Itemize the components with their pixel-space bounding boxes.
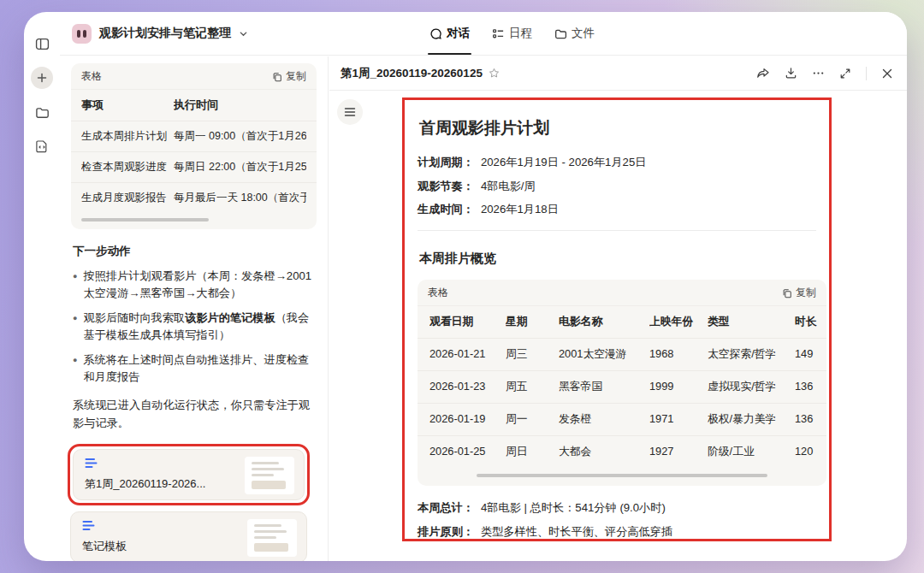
tab-schedule[interactable]: 日程 bbox=[492, 12, 532, 55]
hamburger-icon bbox=[344, 107, 356, 117]
download-icon[interactable] bbox=[785, 67, 797, 80]
divider bbox=[866, 67, 867, 80]
chat-panel: 表格 复制 事项 执行时间 生成本周排片计划每周一 09:00（首次于1月26日… bbox=[60, 56, 329, 561]
copy-table-button[interactable]: 复制 bbox=[272, 69, 306, 84]
copy-label: 复制 bbox=[286, 69, 306, 84]
tab-chat[interactable]: 对话 bbox=[429, 12, 470, 55]
table-row: 检查本周观影进度每周日 22:00（首次于1月25日） bbox=[71, 151, 317, 182]
new-chat-button[interactable] bbox=[31, 67, 53, 89]
table-card-label: 表格 bbox=[428, 286, 448, 300]
checklist-icon bbox=[492, 27, 505, 40]
file-card-template[interactable]: 笔记模板 bbox=[70, 511, 307, 561]
chat-bubble-icon bbox=[429, 27, 442, 40]
table-card-label: 表格 bbox=[81, 69, 102, 84]
tab-files-label: 文件 bbox=[572, 26, 595, 41]
expand-icon[interactable] bbox=[839, 68, 851, 80]
chat-table-card: 表格 复制 事项 执行时间 生成本周排片计划每周一 09:00（首次于1月26日… bbox=[71, 63, 317, 229]
chevron-down-icon[interactable] bbox=[239, 29, 248, 38]
view-tabs: 对话 日程 文件 bbox=[429, 12, 595, 55]
horizontal-scrollbar[interactable] bbox=[477, 474, 767, 477]
file-name: 笔记模板 bbox=[82, 539, 127, 554]
list-item: ●按照排片计划观看影片（本周：发条橙→2001太空漫游→黑客帝国→大都会） bbox=[73, 268, 315, 302]
document-title: 首周观影排片计划 bbox=[419, 117, 814, 139]
top-bar: 观影计划安排与笔记整理 对话 日程 文件 bbox=[60, 12, 907, 56]
share-icon[interactable] bbox=[756, 67, 770, 80]
folder-icon bbox=[554, 27, 567, 40]
document-file-title: 第1周_20260119-20260125 bbox=[341, 66, 483, 81]
outline-menu-button[interactable] bbox=[337, 99, 363, 125]
file-code-icon[interactable] bbox=[31, 135, 53, 157]
file-name: 第1周_20260119-2026... bbox=[85, 476, 205, 492]
file-preview-thumbnail bbox=[245, 457, 294, 494]
app-window: 观影计划安排与笔记整理 对话 日程 文件 bbox=[24, 12, 907, 561]
conversation-title-group[interactable]: 观影计划安排与笔记整理 bbox=[72, 12, 248, 55]
document-icon bbox=[82, 520, 95, 531]
next-steps-list: ●按照排片计划观看影片（本周：发条橙→2001太空漫游→黑客帝国→大都会）●观影… bbox=[71, 268, 317, 386]
agent-avatar bbox=[72, 24, 92, 44]
conversation-title: 观影计划安排与笔记整理 bbox=[99, 26, 231, 41]
file-preview-thumbnail bbox=[247, 519, 297, 557]
tab-chat-label: 对话 bbox=[447, 26, 470, 41]
list-item: ●系统将在上述时间点自动推送排片、进度检查和月度报告 bbox=[73, 351, 315, 386]
document-summary: 本周总计：4部电影 | 总时长：541分钟 (9.0小时) 排片原则：类型多样性… bbox=[418, 500, 816, 540]
document-icon bbox=[85, 458, 98, 469]
schedule-table-header: 观看日期星期电影名称上映年份类型时长 bbox=[418, 305, 826, 338]
star-icon[interactable] bbox=[489, 68, 500, 79]
list-item: ●观影后随时向我索取该影片的笔记模板（我会基于模板生成具体填写指引） bbox=[73, 310, 315, 344]
highlighted-document-region: 首周观影排片计划 计划周期：2026年1月19日 - 2026年1月25日 观影… bbox=[402, 97, 832, 541]
folder-icon[interactable] bbox=[31, 101, 53, 123]
document-panel: 第1周_20260119-20260125 bbox=[329, 56, 907, 561]
table-row: 生成月度观影报告每月最后一天 18:00（首次于1月 bbox=[71, 182, 317, 213]
next-steps-heading: 下一步动作 bbox=[73, 244, 315, 259]
schedule-table-card: 表格 复制 观看日期星期电影名称上映年份类型时长 2026-01-21周三200… bbox=[418, 280, 826, 486]
horizontal-scrollbar[interactable] bbox=[81, 218, 209, 222]
doc-table-body: 2026-01-21周三2001太空漫游1968太空探索/哲学1492026-0… bbox=[418, 338, 826, 468]
tab-schedule-label: 日程 bbox=[509, 26, 532, 41]
left-rail bbox=[24, 12, 60, 561]
divider bbox=[418, 230, 816, 231]
table-row: 2026-01-21周三2001太空漫游1968太空探索/哲学149 bbox=[418, 338, 826, 370]
more-options-icon[interactable] bbox=[812, 67, 825, 80]
sidebar-toggle-icon[interactable] bbox=[31, 32, 53, 55]
document-meta: 计划周期：2026年1月19日 - 2026年1月25日 观影节奏：4部电影/周… bbox=[418, 155, 816, 217]
close-icon[interactable] bbox=[881, 68, 893, 80]
table-row: 2026-01-19周一发条橙1971极权/暴力美学136 bbox=[418, 403, 826, 435]
chat-table-body: 生成本周排片计划每周一 09:00（首次于1月26日）检查本周观影进度每周日 2… bbox=[71, 121, 317, 213]
closing-text: 系统现已进入自动化运行状态，你只需专注于观影与记录。 bbox=[73, 397, 315, 432]
chat-table-header: 事项 执行时间 bbox=[71, 89, 317, 121]
highlight-frame: 第1周_20260119-2026... bbox=[68, 444, 310, 505]
table-row: 生成本周排片计划每周一 09:00（首次于1月26日） bbox=[71, 121, 317, 151]
document-header: 第1周_20260119-20260125 bbox=[329, 56, 907, 91]
table-row: 2026-01-25周日大都会1927阶级/工业120 bbox=[418, 435, 826, 468]
table-row: 2026-01-23周五黑客帝国1999虚拟现实/哲学136 bbox=[418, 370, 826, 403]
document-body: 首周观影排片计划 计划周期：2026年1月19日 - 2026年1月25日 观影… bbox=[329, 92, 907, 561]
copy-label: 复制 bbox=[796, 286, 816, 300]
copy-icon bbox=[782, 288, 792, 298]
tab-files[interactable]: 文件 bbox=[554, 12, 595, 55]
section-title: 本周排片概览 bbox=[419, 251, 814, 267]
copy-table-button[interactable]: 复制 bbox=[782, 286, 816, 300]
copy-icon bbox=[272, 72, 282, 82]
file-card-week1[interactable]: 第1周_20260119-2026... bbox=[73, 449, 305, 500]
